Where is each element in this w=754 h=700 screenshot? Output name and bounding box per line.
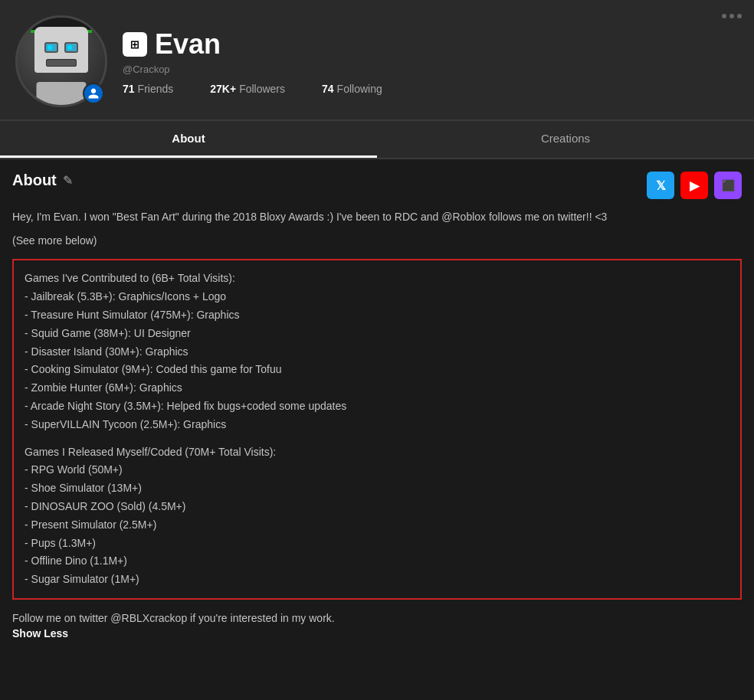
following-label: Following (337, 83, 382, 95)
game-contributed-4: - Disaster Island (30M+): Graphics (25, 343, 729, 361)
twitch-button[interactable]: ⬛ (714, 172, 742, 199)
about-header: About ✎ 𝕏 ▶ ⬛ (12, 172, 742, 199)
game-contributed-8: - SuperVILLAIN Tycoon (2.5M+): Graphics (25, 416, 729, 434)
following-stat[interactable]: 74 Following (322, 83, 382, 95)
friends-label: Friends (138, 83, 174, 95)
menu-dot-2 (729, 14, 734, 18)
followers-label: Followers (239, 83, 285, 95)
nav-tabs: About Creations (0, 121, 754, 159)
followers-stat[interactable]: 27K+ Followers (210, 83, 285, 95)
about-title: About (12, 172, 57, 189)
friends-stat[interactable]: 71 Friends (123, 83, 173, 95)
profile-name: Evan (155, 28, 221, 61)
friends-count: 71 (123, 83, 135, 95)
avatar-eye-left (44, 42, 58, 53)
see-more-text: (See more below) (12, 234, 742, 247)
game-contributed-2: - Treasure Hunt Simulator (475M+): Graph… (25, 306, 729, 325)
game-released-2: - Shoe Simulator (13M+) (25, 479, 729, 498)
twitch-icon: ⬛ (722, 179, 735, 191)
games-contributed-header: Games I've Contributed to (6B+ Total Vis… (25, 270, 729, 288)
page-wrapper: ⊞ Evan @Crackop 71 Friends 27K+ Follower… (0, 0, 754, 652)
footer-text: Follow me on twitter @RBLXcrackop if you… (12, 612, 742, 624)
avatar-container (15, 15, 107, 107)
menu-dot-1 (722, 14, 726, 18)
followers-count: 27K+ (210, 83, 236, 95)
avatar-eyes (44, 42, 78, 53)
youtube-button[interactable]: ▶ (680, 172, 708, 199)
edit-icon[interactable]: ✎ (63, 173, 73, 188)
main-content: About ✎ 𝕏 ▶ ⬛ Hey, I'm Evan. I won "Best… (0, 159, 754, 652)
game-released-3: - DINOSAUR ZOO (Sold) (4.5M+) (25, 498, 729, 516)
following-count: 74 (322, 83, 334, 95)
youtube-icon: ▶ (690, 178, 699, 193)
game-contributed-1: - Jailbreak (5.3B+): Graphics/Icons + Lo… (25, 288, 729, 306)
games-box: Games I've Contributed to (6B+ Total Vis… (12, 259, 742, 600)
avatar-eye-right (64, 42, 78, 53)
profile-username: @Crackop (123, 64, 739, 75)
avatar-mouth (46, 59, 77, 67)
game-contributed-3: - Squid Game (38M+): UI Designer (25, 325, 729, 343)
games-released-header: Games I Released Myself/Coded (70M+ Tota… (25, 443, 729, 462)
profile-header: ⊞ Evan @Crackop 71 Friends 27K+ Follower… (0, 0, 754, 121)
profile-info: ⊞ Evan @Crackop 71 Friends 27K+ Follower… (123, 28, 739, 95)
menu-dot-3 (737, 14, 742, 18)
tab-about[interactable]: About (0, 121, 377, 158)
game-released-4: - Present Simulator (2.5M+) (25, 516, 729, 535)
twitter-button[interactable]: 𝕏 (647, 172, 674, 199)
add-friend-icon (87, 87, 100, 100)
bio-text: Hey, I'm Evan. I won "Best Fan Art" duri… (12, 208, 742, 225)
game-contributed-7: - Arcade Night Story (3.5M+): Helped fix… (25, 397, 729, 416)
add-friend-badge[interactable] (83, 83, 104, 104)
top-right-menu[interactable] (722, 14, 742, 18)
about-title-row: About ✎ (12, 172, 73, 189)
roblox-icon: ⊞ (123, 32, 147, 57)
twitter-icon: 𝕏 (656, 178, 666, 193)
game-contributed-6: - Zombie Hunter (6M+): Graphics (25, 379, 729, 397)
bio-line1: Hey, I'm Evan. I won "Best Fan Art" duri… (12, 211, 607, 223)
avatar-body (37, 82, 87, 105)
profile-name-row: ⊞ Evan (123, 28, 739, 61)
social-icons: 𝕏 ▶ ⬛ (647, 172, 742, 199)
show-less-button[interactable]: Show Less (12, 627, 742, 639)
game-contributed-5: - Cooking Simulator (9M+): Coded this ga… (25, 361, 729, 379)
profile-stats: 71 Friends 27K+ Followers 74 Following (123, 83, 739, 95)
game-released-7: - Sugar Simulator (1M+) (25, 571, 729, 589)
game-released-5: - Pups (1.3M+) (25, 535, 729, 553)
tab-creations[interactable]: Creations (377, 121, 754, 158)
game-released-6: - Offline Dino (1.1M+) (25, 552, 729, 571)
avatar-head (34, 27, 88, 73)
game-released-1: - RPG World (50M+) (25, 461, 729, 479)
